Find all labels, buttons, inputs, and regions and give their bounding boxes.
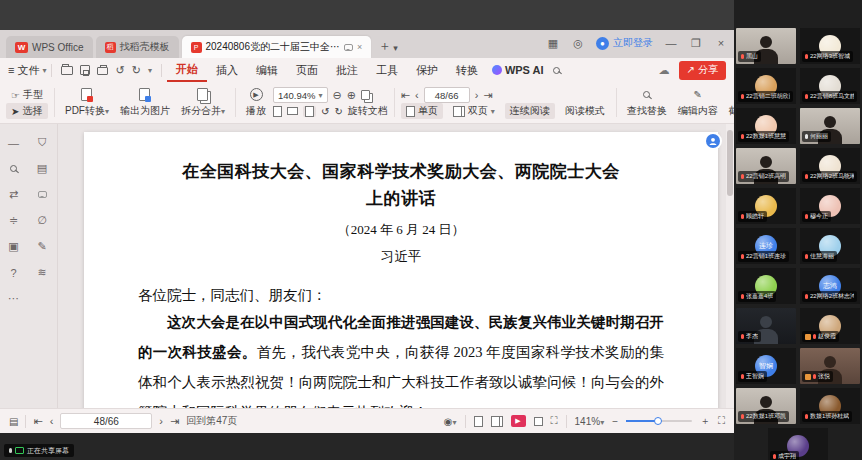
help-icon[interactable]: ? — [10, 266, 16, 279]
tab-wps-office[interactable]: W WPS Office — [6, 36, 93, 58]
menu-tab-开始[interactable]: 开始 — [167, 59, 207, 82]
participant-tile[interactable]: 22营销8班马文静 — [800, 68, 860, 104]
fullscreen-icon[interactable]: ⛶ — [718, 415, 725, 427]
save-icon[interactable] — [80, 65, 90, 75]
signature-icon[interactable]: ✎ — [37, 240, 46, 253]
read-layout-icon[interactable]: ▣ — [8, 240, 18, 253]
fit-page-icon[interactable] — [273, 106, 282, 117]
close-tab-icon[interactable]: × — [357, 42, 362, 52]
participant-tile[interactable]: 22网络2班马晓琳 — [800, 148, 860, 184]
copy-document-icon[interactable] — [361, 90, 370, 100]
page-number-input[interactable]: 48/66 — [60, 413, 152, 429]
tab-template-store[interactable]: 稻 找稻壳模板 — [96, 36, 179, 58]
view-eye-icon[interactable]: ◉▾ — [444, 416, 457, 427]
zoom-in-icon[interactable]: ⊕ — [347, 89, 356, 102]
prev-page-icon[interactable]: ‹ — [50, 415, 54, 427]
single-page-view-icon[interactable] — [474, 416, 483, 427]
search-icon[interactable] — [553, 67, 560, 74]
participant-tile[interactable]: 22营销2班高明 — [736, 148, 796, 184]
share-button[interactable]: ↗ 分享 — [679, 61, 726, 80]
document-page[interactable]: 在全国科技大会、国家科学技术奖励大会、两院院士大会 上的讲话 （2024 年 6… — [84, 132, 718, 408]
collaborator-presence-badge[interactable] — [706, 134, 720, 148]
menu-tab-页面[interactable]: 页面 — [287, 60, 327, 81]
cloud-sync-icon[interactable]: ☁ — [659, 64, 670, 77]
participant-tile[interactable]: 赵俊霞 — [800, 308, 860, 344]
edit-content-button[interactable]: ✎编辑内容 — [674, 84, 722, 121]
print-icon[interactable] — [97, 67, 108, 75]
double-page-view-icon[interactable] — [491, 416, 500, 427]
close-button[interactable]: × — [714, 37, 728, 49]
participant-tile[interactable]: 22数媒1班邓凯 — [736, 388, 796, 424]
participant-tile[interactable]: 连珍22营销1班连珍 — [736, 228, 796, 264]
back-to-page-link[interactable]: 回到第47页 — [186, 414, 237, 428]
participant-tile[interactable]: 22营销二班胡欣雨 — [736, 68, 796, 104]
screen-share-indicator[interactable]: 正在共享屏幕 — [4, 444, 74, 457]
login-button[interactable]: ● 立即登录 — [596, 36, 653, 50]
first-page-icon[interactable]: ⇤ — [401, 89, 410, 102]
slideshow-play-button[interactable]: ▶ — [511, 415, 526, 427]
redo-icon[interactable]: ↻ — [132, 64, 141, 77]
scrollbar-thumb[interactable] — [727, 130, 733, 196]
fullwidth-icon[interactable]: ⛶ — [551, 415, 558, 427]
open-icon[interactable] — [61, 66, 73, 75]
single-page-button[interactable]: 单页 — [401, 103, 443, 119]
continuous-read-button[interactable]: 连续阅读 — [505, 103, 555, 119]
tab-document[interactable]: P 20240806党的二十届三中全⋯ × — [182, 36, 372, 58]
tab-list-caret-icon[interactable]: ▾ — [393, 43, 398, 53]
first-page-icon[interactable]: ⇤ — [33, 415, 42, 428]
globe-icon[interactable]: ◎ — [571, 37, 585, 50]
rotate-doc-label[interactable]: 旋转文档 — [348, 104, 388, 118]
participant-tile[interactable]: 张悦 — [800, 348, 860, 384]
undo-icon[interactable]: ↺ — [115, 64, 124, 77]
last-page-icon[interactable]: ⇥ — [483, 89, 492, 102]
participant-tile[interactable]: 黑山 — [736, 28, 796, 64]
zoom-out-icon[interactable]: ⊖ — [333, 89, 342, 102]
menu-tab-工具[interactable]: 工具 — [367, 60, 407, 81]
find-replace-button[interactable]: 查找替换 — [623, 84, 671, 121]
zoom-in-button[interactable]: ＋ — [700, 414, 710, 428]
participant-tile[interactable]: 李杰 — [736, 308, 796, 344]
chevron-down-icon[interactable]: ▾ — [148, 66, 152, 75]
menu-tab-插入[interactable]: 插入 — [207, 60, 247, 81]
zoom-level-dropdown[interactable]: 141%▾ — [575, 416, 605, 427]
participant-tile[interactable]: 顾皓轩 — [736, 188, 796, 224]
menu-tab-转换[interactable]: 转换 — [447, 60, 487, 81]
read-mode-button[interactable]: 阅读模式 — [560, 103, 610, 119]
attachment-icon[interactable]: ∅ — [37, 214, 47, 227]
rotate-right-icon[interactable]: ↻ — [334, 106, 342, 117]
zoom-slider-knob[interactable] — [654, 417, 662, 425]
rotate-left-icon[interactable]: ↺ — [321, 106, 329, 117]
next-page-icon[interactable]: › — [475, 89, 479, 101]
select-tool-button[interactable]: ➤选择 — [6, 103, 48, 119]
collapse-icon[interactable]: — — [8, 136, 19, 149]
hand-tool-button[interactable]: ☞手型 — [6, 87, 48, 103]
participant-tile[interactable]: 佳慧海丽 — [800, 228, 860, 264]
participant-tile[interactable]: 智娴王智娴 — [736, 348, 796, 384]
participant-tile[interactable]: 22网络3班智城 — [800, 28, 860, 64]
page-number-input[interactable]: 48/66 — [424, 87, 470, 103]
comment-icon[interactable] — [344, 44, 353, 51]
comment-icon[interactable] — [38, 191, 47, 198]
menu-tab-批注[interactable]: 批注 — [327, 60, 367, 81]
last-page-icon[interactable]: ⇥ — [170, 415, 179, 428]
double-page-button[interactable]: 双页▾ — [448, 103, 500, 119]
next-page-icon[interactable]: › — [159, 415, 163, 427]
minimize-button[interactable]: — — [664, 37, 678, 49]
participant-tile[interactable]: 数媒1班孙桂斌 — [800, 388, 860, 424]
split-merge-button[interactable]: 拆分合并▾ — [177, 84, 229, 121]
file-menu[interactable]: ≡ 文件 ▾ — [8, 63, 46, 78]
screenshot-compare-button[interactable]: 截图对比 — [725, 84, 734, 121]
zoom-dropdown[interactable]: 140.94%▾ — [273, 87, 328, 103]
participant-tile[interactable]: 张嘉嘉4班 — [736, 268, 796, 304]
layers-icon[interactable]: ≋ — [37, 266, 46, 279]
participant-tile[interactable]: 22数媒1班慧慧 — [736, 108, 796, 144]
menu-wps-ai[interactable]: WPS AI — [492, 64, 544, 76]
image-icon[interactable]: ▤ — [37, 162, 47, 175]
layout-icon[interactable]: ▦ — [546, 37, 560, 50]
zoom-slider[interactable] — [626, 420, 692, 422]
search-icon[interactable] — [10, 165, 17, 172]
participant-tile[interactable]: 何丽丽 — [800, 108, 860, 144]
export-image-button[interactable]: 输出为图片 — [116, 84, 174, 121]
play-button[interactable]: ▶播放 — [242, 84, 270, 121]
participant-tile[interactable]: 穆今正 — [800, 188, 860, 224]
